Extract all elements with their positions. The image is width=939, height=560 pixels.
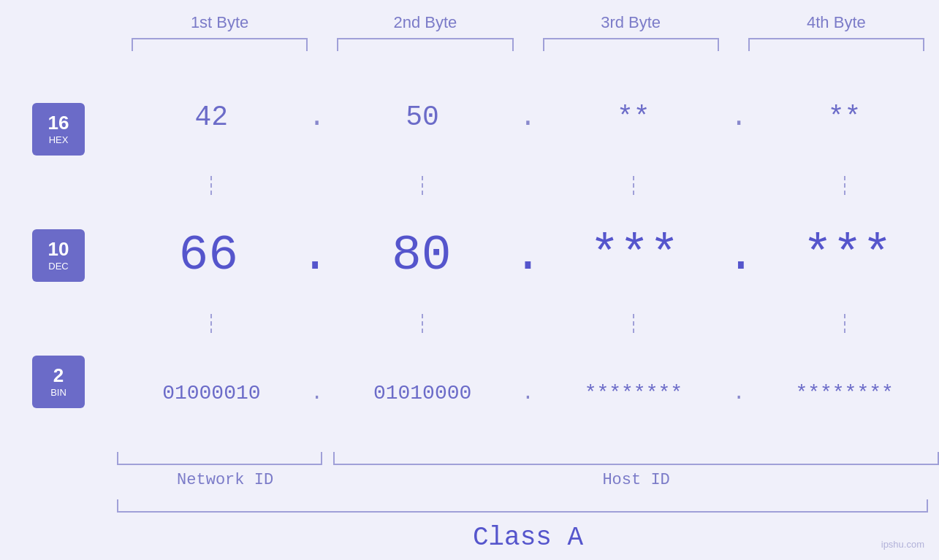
hex-cell-2: 50 — [328, 101, 517, 133]
bin-val-1: 01000010 — [162, 382, 260, 404]
bin-dot-3: . — [728, 382, 750, 404]
watermark: ipshu.com — [881, 539, 924, 550]
hex-value-row: 42 . 50 . ** . ** — [117, 58, 939, 176]
hex-cell-3: ** — [539, 101, 729, 133]
bottom-section: Network ID Host ID Class A — [0, 452, 939, 560]
bin-cell-1: 01000010 — [117, 382, 306, 404]
values-area: 42 . 50 . ** . ** — [117, 58, 939, 452]
dec-value-row: 66 . 80 . *** . *** — [117, 196, 939, 314]
hex-val-1: 42 — [195, 101, 229, 133]
dec-badge-label: DEC — [48, 261, 68, 272]
sep-dec-bin — [117, 314, 939, 334]
hex-dot-2: . — [517, 101, 539, 133]
top-bracket-row — [0, 38, 939, 51]
bin-dot-2: . — [517, 382, 539, 404]
dec-val-2: 80 — [392, 227, 452, 283]
id-brackets-row — [117, 452, 939, 465]
dec-val-1: 66 — [179, 227, 239, 283]
dec-cell-4: *** — [756, 227, 939, 283]
hex-badge: 16 HEX — [32, 103, 85, 156]
dec-badge: 10 DEC — [32, 229, 85, 282]
bin-value-row: 01000010 . 01010000 . ******** . *******… — [117, 334, 939, 452]
dec-val-4: *** — [802, 227, 892, 283]
sep-db-1 — [117, 314, 306, 334]
byte-label-2: 2nd Byte — [322, 13, 528, 32]
dec-cell-2: 80 — [330, 227, 513, 283]
bin-cell-3: ******** — [539, 382, 729, 404]
hex-val-2: 50 — [406, 101, 439, 133]
hex-badge-num: 16 — [48, 112, 69, 134]
hex-val-3: ** — [617, 101, 650, 133]
hex-val-4: ** — [828, 101, 862, 133]
sep-db-3 — [539, 314, 729, 334]
dec-dot-3: . — [726, 227, 756, 283]
dec-badge-num: 10 — [48, 238, 69, 261]
byte-label-4: 4th Byte — [734, 13, 939, 32]
badges-column: 16 HEX 10 DEC 2 BIN — [0, 58, 117, 452]
sep-hd-2 — [328, 176, 517, 196]
class-label: Class A — [117, 523, 939, 553]
bin-badge: 2 BIN — [32, 356, 85, 408]
bracket-3 — [543, 38, 719, 51]
bin-badge-num: 2 — [53, 364, 64, 387]
dec-cell-1: 66 — [117, 227, 300, 283]
bracket-4 — [748, 38, 924, 51]
byte-label-1: 1st Byte — [117, 13, 322, 32]
host-id-label: Host ID — [333, 471, 939, 489]
sep-hex-dec — [117, 176, 939, 196]
sep-hd-4 — [750, 176, 939, 196]
bin-badge-label: BIN — [50, 387, 66, 399]
bin-dot-1: . — [306, 382, 328, 404]
dec-dot-2: . — [513, 227, 543, 283]
network-bracket — [117, 452, 322, 465]
sep-hd-1 — [117, 176, 306, 196]
hex-cell-1: 42 — [117, 101, 306, 133]
bin-val-2: 01010000 — [373, 382, 471, 404]
hex-badge-label: HEX — [49, 134, 69, 146]
content-area: 16 HEX 10 DEC 2 BIN 42 . 50 — [0, 58, 939, 452]
outer-bracket — [117, 499, 928, 513]
network-id-label: Network ID — [117, 471, 333, 489]
dec-cell-3: *** — [543, 227, 726, 283]
sep-db-4 — [750, 314, 939, 334]
host-bracket-wrap — [333, 452, 939, 465]
bin-cell-2: 01010000 — [328, 382, 517, 404]
bin-cell-4: ******** — [750, 382, 939, 404]
sep-hd-3 — [539, 176, 729, 196]
byte-label-3: 3rd Byte — [528, 13, 734, 32]
hex-dot-1: . — [306, 101, 328, 133]
host-bracket — [333, 452, 939, 465]
bin-val-3: ******** — [585, 382, 683, 404]
network-bracket-wrap — [117, 452, 333, 465]
byte-headers: 1st Byte 2nd Byte 3rd Byte 4th Byte — [0, 0, 939, 38]
hex-cell-4: ** — [750, 101, 939, 133]
bracket-2 — [337, 38, 513, 51]
bin-val-4: ******** — [795, 382, 893, 404]
main-container: 1st Byte 2nd Byte 3rd Byte 4th Byte 16 H… — [0, 0, 939, 560]
bracket-1 — [132, 38, 308, 51]
id-labels-row: Network ID Host ID — [117, 471, 939, 489]
dec-dot-1: . — [300, 227, 330, 283]
sep-db-2 — [328, 314, 517, 334]
hex-dot-3: . — [728, 101, 750, 133]
dec-val-3: *** — [590, 227, 679, 283]
